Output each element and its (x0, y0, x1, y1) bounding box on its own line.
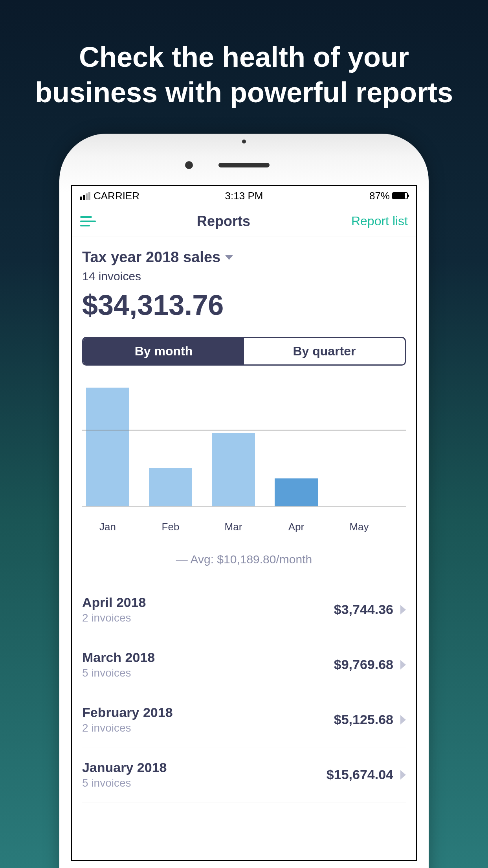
phone-bezel-top (71, 145, 417, 185)
report-list-button[interactable]: Report list (351, 214, 408, 228)
total-amount: $34,313.76 (82, 289, 406, 321)
row-invoice-count: 2 invoices (82, 612, 334, 624)
row-month-label: January 2018 (82, 760, 327, 775)
row-invoice-count: 5 invoices (82, 777, 327, 789)
chart-bar[interactable] (86, 388, 129, 507)
sales-bar-chart[interactable] (82, 385, 406, 507)
menu-icon[interactable] (80, 216, 96, 226)
list-item[interactable]: January 20185 invoices$15,674.04 (82, 747, 406, 802)
nav-bar: Reports Report list (72, 206, 416, 237)
phone-frame: CARRIER 3:13 PM 87% Reports Report list … (59, 134, 429, 868)
carrier-label: CARRIER (94, 190, 139, 202)
chart-bar[interactable] (212, 433, 255, 507)
page-title: Reports (96, 213, 351, 230)
row-month-label: March 2018 (82, 650, 334, 665)
segment-by-quarter[interactable]: By quarter (244, 338, 405, 364)
chevron-down-icon (225, 255, 233, 260)
battery-percent: 87% (369, 190, 390, 202)
chevron-right-icon (400, 660, 406, 669)
row-amount: $5,125.68 (334, 712, 393, 727)
chart-baseline (82, 506, 406, 507)
chart-x-label: Feb (149, 521, 192, 533)
list-item[interactable]: February 20182 invoices$5,125.68 (82, 692, 406, 747)
report-selector-label: Tax year 2018 sales (82, 249, 220, 266)
row-amount: $15,674.04 (327, 767, 393, 782)
row-month-label: February 2018 (82, 705, 334, 720)
chevron-right-icon (400, 605, 406, 614)
view-segment-control: By month By quarter (82, 337, 406, 366)
chevron-right-icon (400, 715, 406, 725)
content-area: Tax year 2018 sales 14 invoices $34,313.… (72, 237, 416, 814)
chart-x-label: Mar (212, 521, 255, 533)
app-screen: CARRIER 3:13 PM 87% Reports Report list … (71, 185, 417, 861)
segment-by-month[interactable]: By month (83, 338, 244, 364)
row-amount: $3,744.36 (334, 602, 393, 617)
row-amount: $9,769.68 (334, 657, 393, 672)
battery-icon (392, 192, 408, 199)
report-selector[interactable]: Tax year 2018 sales (82, 249, 406, 266)
chart-gridline (82, 430, 406, 430)
invoice-count: 14 invoices (82, 270, 406, 283)
chart-average-label: — Avg: $10,189.80/month (82, 553, 406, 566)
chart-x-label: May (338, 521, 381, 533)
chart-x-label: Jan (86, 521, 129, 533)
chart-x-label: Apr (275, 521, 318, 533)
promo-headline: Check the health of your business with p… (0, 0, 488, 134)
row-invoice-count: 5 invoices (82, 667, 334, 679)
monthly-list: April 20182 invoices$3,744.36March 20185… (82, 582, 406, 802)
list-item[interactable]: April 20182 invoices$3,744.36 (82, 582, 406, 637)
status-bar: CARRIER 3:13 PM 87% (72, 186, 416, 206)
row-invoice-count: 2 invoices (82, 722, 334, 734)
signal-icon (80, 192, 90, 200)
chart-bar[interactable] (149, 468, 192, 507)
row-month-label: April 2018 (82, 595, 334, 610)
list-item[interactable]: March 20185 invoices$9,769.68 (82, 637, 406, 692)
chevron-right-icon (400, 770, 406, 780)
status-time: 3:13 PM (189, 190, 299, 202)
chart-bar[interactable] (275, 478, 318, 507)
